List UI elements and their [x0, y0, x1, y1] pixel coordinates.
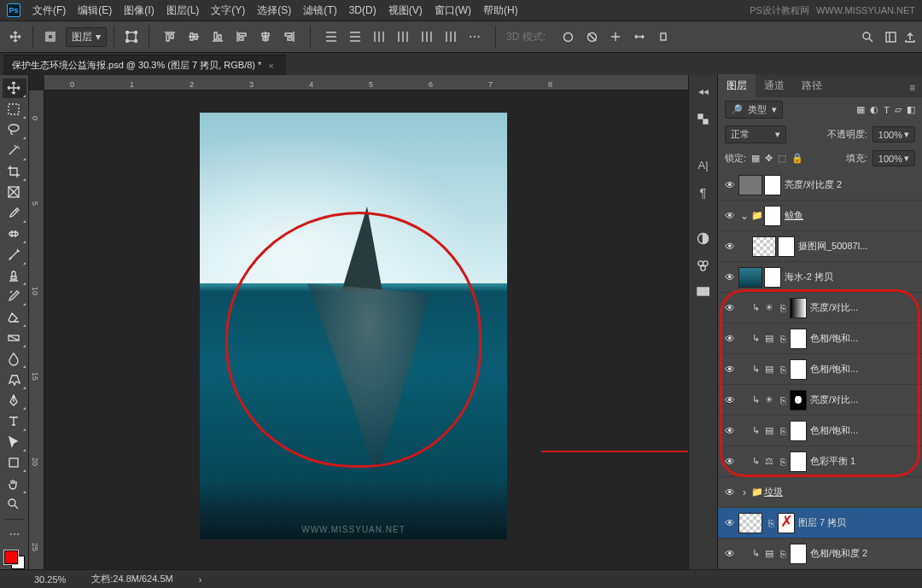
layer-row[interactable]: 👁 ⎘ ✗ 图层 7 拷贝: [718, 508, 922, 539]
distribute-2-icon[interactable]: [345, 27, 365, 46]
shape-tool[interactable]: [3, 453, 26, 473]
menu-image[interactable]: 图像(I): [124, 3, 154, 18]
zoom-value[interactable]: 30.25%: [34, 574, 66, 585]
filter-shape-icon[interactable]: ▱: [895, 104, 902, 115]
layer-name[interactable]: 图层 7 拷贝: [798, 516, 919, 529]
menu-select[interactable]: 选择(S): [257, 3, 291, 18]
eyedropper-tool[interactable]: [3, 203, 26, 223]
layer-row[interactable]: 👁 ⌄ 📁 鲸鱼: [718, 201, 922, 231]
align-bottom-icon[interactable]: [207, 27, 228, 46]
visibility-icon[interactable]: 👁: [721, 517, 738, 529]
tab-layers[interactable]: 图层: [718, 74, 756, 97]
canvas-area[interactable]: 012345678 0510152025 WWW.MISSYUAN.NET: [29, 75, 688, 569]
layer-name[interactable]: 色相/饱和...: [810, 332, 919, 345]
layer-name[interactable]: 色相/饱和...: [810, 424, 919, 437]
layer-row[interactable]: 👁 亮度/对比度 2: [718, 170, 922, 201]
layer-mask[interactable]: ✗: [778, 513, 795, 533]
layer-name[interactable]: 亮度/对比...: [810, 301, 919, 314]
layer-row[interactable]: 👁 海水-2 拷贝: [718, 262, 922, 293]
blur-tool[interactable]: [3, 349, 26, 369]
menu-view[interactable]: 视图(V): [388, 3, 423, 18]
doc-info[interactable]: 文档:24.8M/624.5M: [91, 573, 172, 585]
magic-wand-tool[interactable]: [3, 141, 26, 160]
healing-tool[interactable]: [3, 224, 26, 244]
lock-position-icon[interactable]: ✥: [765, 153, 773, 164]
layer-mask[interactable]: [790, 544, 807, 564]
align-top-icon[interactable]: [160, 27, 180, 46]
auto-select-icon[interactable]: [40, 27, 61, 46]
ruler-vertical[interactable]: 0510152025: [29, 90, 44, 569]
ruler-horizontal[interactable]: 012345678: [44, 75, 688, 90]
visibility-icon[interactable]: 👁: [721, 179, 738, 191]
group-toggle-icon[interactable]: ⌄: [738, 210, 750, 222]
swatches-panel-icon[interactable]: [694, 283, 713, 302]
3d-pan-icon[interactable]: [605, 27, 626, 46]
visibility-icon[interactable]: 👁: [721, 241, 738, 253]
visibility-icon[interactable]: 👁: [721, 302, 738, 314]
crop-tool[interactable]: [3, 162, 26, 182]
eraser-tool[interactable]: [3, 307, 26, 327]
layer-row[interactable]: 👁 ↳ ☀ ⎘ 亮度/对比...: [718, 293, 922, 323]
brush-tool[interactable]: [3, 245, 26, 265]
foreground-color[interactable]: [4, 550, 18, 564]
move-tool-icon[interactable]: [5, 27, 26, 46]
blend-mode-dropdown[interactable]: 正常▾: [725, 125, 786, 143]
visibility-icon[interactable]: 👁: [721, 548, 738, 560]
pen-tool[interactable]: [3, 391, 26, 410]
distribute-6-icon[interactable]: [441, 27, 461, 46]
layer-row[interactable]: 👁 ↳ ⚖ ⎘ 色彩平衡 1: [718, 446, 922, 477]
layer-list[interactable]: 👁 亮度/对比度 2 👁 ⌄ 📁 鲸鱼 👁 摄图网_50087l...: [718, 170, 922, 569]
layer-mask[interactable]: [790, 421, 807, 441]
menu-layer[interactable]: 图层(L): [166, 3, 200, 18]
menu-edit[interactable]: 编辑(E): [78, 3, 112, 18]
visibility-icon[interactable]: 👁: [721, 333, 738, 345]
layer-name[interactable]: 色相/饱和...: [810, 363, 919, 376]
document-tab[interactable]: 保护生态环境公益海报.psd @ 30.3% (图层 7 拷贝, RGB/8) …: [3, 55, 286, 75]
layer-name[interactable]: 色彩平衡 1: [810, 455, 919, 468]
layer-row[interactable]: 👁 ↳ ▤ ⎘ 色相/饱和度 2: [718, 539, 922, 569]
styles-panel-icon[interactable]: [694, 256, 713, 275]
filter-smart-icon[interactable]: ◧: [907, 104, 915, 115]
zoom-tool[interactable]: [3, 495, 26, 515]
adjustments-panel-icon[interactable]: [694, 229, 713, 247]
layer-mask[interactable]: [790, 451, 807, 472]
distribute-1-icon[interactable]: [321, 27, 341, 46]
layer-name[interactable]: 摄图网_50087l...: [798, 240, 919, 253]
layer-name[interactable]: 鲸鱼: [785, 209, 919, 222]
layer-name[interactable]: 亮度/对比...: [810, 393, 919, 406]
layer-row[interactable]: 👁 ↳ ▤ ⎘ 色相/饱和...: [718, 323, 922, 354]
filter-adjust-icon[interactable]: ◐: [870, 104, 878, 115]
visibility-icon[interactable]: 👁: [721, 394, 738, 406]
layer-mask[interactable]: [764, 267, 781, 288]
lasso-tool[interactable]: [3, 120, 26, 140]
layer-mask[interactable]: [790, 359, 807, 380]
layer-row[interactable]: 👁 › 📁 垃圾: [718, 477, 922, 508]
visibility-icon[interactable]: 👁: [721, 425, 738, 437]
layer-row[interactable]: 👁 摄图网_50087l...: [718, 231, 922, 262]
expand-panels-icon[interactable]: ◂◂: [694, 82, 713, 101]
auto-select-dropdown[interactable]: 图层▾: [66, 27, 107, 47]
layer-row[interactable]: 👁 ↳ ▤ ⎘ 色相/饱和...: [718, 416, 922, 446]
3d-zoom-icon[interactable]: [653, 27, 674, 46]
paragraph-panel-icon[interactable]: ¶: [694, 183, 713, 201]
3d-roll-icon[interactable]: [581, 27, 602, 46]
marquee-tool[interactable]: [3, 99, 26, 119]
tab-channels[interactable]: 通道: [756, 74, 793, 97]
lock-all-icon[interactable]: 🔒: [791, 153, 803, 164]
align-hcenter-icon[interactable]: [255, 27, 276, 46]
more-align-icon[interactable]: ⋯: [464, 27, 485, 46]
move-tool[interactable]: [3, 79, 26, 98]
color-panel-icon[interactable]: [694, 109, 713, 128]
filter-type-icon[interactable]: T: [884, 105, 890, 115]
filter-pixel-icon[interactable]: ▦: [856, 104, 865, 115]
menu-help[interactable]: 帮助(H): [483, 3, 518, 18]
visibility-icon[interactable]: 👁: [721, 456, 738, 468]
transform-controls-icon[interactable]: [121, 27, 142, 46]
fill-input[interactable]: 100%▾: [872, 150, 915, 166]
visibility-icon[interactable]: 👁: [721, 364, 738, 376]
lock-artboard-icon[interactable]: ⬚: [778, 153, 786, 164]
doc-info-more-icon[interactable]: ›: [199, 574, 202, 585]
layer-mask[interactable]: [790, 390, 807, 410]
distribute-3-icon[interactable]: [369, 27, 389, 46]
3d-orbit-icon[interactable]: [557, 27, 578, 46]
